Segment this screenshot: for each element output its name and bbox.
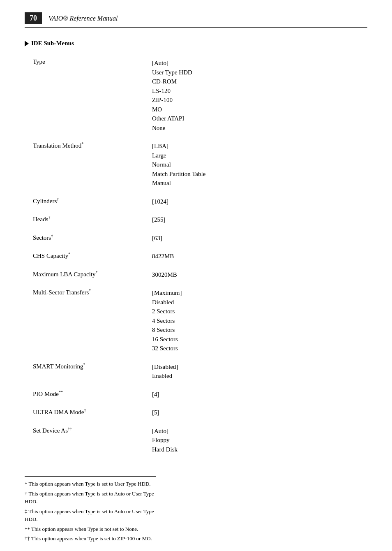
option-list: 30020MB bbox=[152, 270, 371, 280]
list-item: 8422MB bbox=[152, 252, 371, 261]
list-item: [4] bbox=[152, 390, 371, 399]
setting-options: [Disabled]Enabled bbox=[148, 359, 376, 384]
list-item: Other ATAPI bbox=[152, 114, 371, 123]
superscript: * bbox=[81, 141, 83, 146]
list-item: 4 Sectors bbox=[152, 316, 371, 326]
setting-label: Multi-Sector Transfers* bbox=[33, 285, 148, 357]
setting-options: [255] bbox=[148, 212, 376, 228]
list-item: LS-120 bbox=[152, 86, 371, 96]
list-item: 30020MB bbox=[152, 270, 371, 280]
setting-options: 8422MB bbox=[148, 248, 376, 264]
superscript: * bbox=[68, 252, 70, 256]
setting-options: [4] bbox=[148, 387, 376, 403]
superscript: † bbox=[84, 408, 86, 412]
table-row: PIO Mode**[4] bbox=[33, 387, 376, 403]
footnote: ** This option appears when Type is not … bbox=[25, 525, 156, 533]
page-title: VAIO® Reference Manual bbox=[48, 15, 118, 22]
list-item: Match Partition Table bbox=[152, 169, 371, 179]
setting-options: [1024] bbox=[148, 194, 376, 210]
list-item: Disabled bbox=[152, 298, 371, 307]
list-item: [Maximum] bbox=[152, 288, 371, 298]
page-header: 70 VAIO® Reference Manual bbox=[25, 12, 367, 28]
setting-label: Maximum LBA Capacity* bbox=[33, 267, 148, 283]
superscript: † bbox=[57, 197, 59, 201]
list-item: ZIP-100 bbox=[152, 95, 371, 105]
section-title: IDE Sub-Menus bbox=[25, 40, 367, 47]
option-list: [Auto]User Type HDDCD-ROMLS-120ZIP-100MO… bbox=[152, 58, 371, 132]
option-list: [Auto]FloppyHard Disk bbox=[152, 426, 371, 454]
list-item: 8 Sectors bbox=[152, 325, 371, 335]
superscript: †† bbox=[68, 426, 72, 431]
list-item: Enabled bbox=[152, 371, 371, 381]
superscript: ‡ bbox=[51, 234, 53, 238]
table-row: Type[Auto]User Type HDDCD-ROMLS-120ZIP-1… bbox=[33, 55, 376, 136]
triangle-icon bbox=[25, 41, 29, 46]
footnote: ‡ This option appears when Type is set t… bbox=[25, 507, 156, 523]
table-row: Multi-Sector Transfers*[Maximum]Disabled… bbox=[33, 285, 376, 357]
footnote: * This option appears when Type is set t… bbox=[25, 480, 156, 488]
list-item: MO bbox=[152, 105, 371, 114]
list-item: [Auto] bbox=[152, 426, 371, 436]
option-list: [4] bbox=[152, 390, 371, 399]
superscript: * bbox=[89, 288, 91, 293]
list-item: [Disabled] bbox=[152, 362, 371, 372]
option-list: [5] bbox=[152, 408, 371, 417]
list-item: User Type HDD bbox=[152, 68, 371, 77]
setting-options: [Maximum]Disabled2 Sectors4 Sectors8 Sec… bbox=[148, 285, 376, 357]
setting-label: ULTRA DMA Mode† bbox=[33, 405, 148, 421]
list-item: None bbox=[152, 123, 371, 133]
footnotes-section: * This option appears when Type is set t… bbox=[25, 476, 156, 543]
list-item: Normal bbox=[152, 160, 371, 169]
setting-label: Translation Method* bbox=[33, 138, 148, 191]
table-row: ULTRA DMA Mode†[5] bbox=[33, 405, 376, 421]
option-list: [Maximum]Disabled2 Sectors4 Sectors8 Sec… bbox=[152, 288, 371, 353]
table-row: Cylinders†[1024] bbox=[33, 194, 376, 210]
setting-options: [LBA]LargeNormalMatch Partition TableMan… bbox=[148, 138, 376, 191]
settings-table: Type[Auto]User Type HDDCD-ROMLS-120ZIP-1… bbox=[33, 55, 376, 460]
list-item: [LBA] bbox=[152, 141, 371, 151]
list-item: [255] bbox=[152, 215, 371, 225]
setting-label: Heads† bbox=[33, 212, 148, 228]
setting-label: Cylinders† bbox=[33, 194, 148, 210]
superscript: * bbox=[83, 362, 85, 367]
section-title-text: IDE Sub-Menus bbox=[31, 40, 74, 47]
table-row: Maximum LBA Capacity*30020MB bbox=[33, 267, 376, 283]
list-item: Large bbox=[152, 151, 371, 160]
setting-label: Type bbox=[33, 55, 148, 136]
setting-options: [5] bbox=[148, 405, 376, 421]
setting-options: [Auto]User Type HDDCD-ROMLS-120ZIP-100MO… bbox=[148, 55, 376, 136]
superscript: ** bbox=[59, 390, 63, 394]
table-row: Sectors‡[63] bbox=[33, 230, 376, 246]
list-item: Hard Disk bbox=[152, 445, 371, 454]
list-item: [1024] bbox=[152, 197, 371, 206]
list-item: [5] bbox=[152, 408, 371, 417]
option-list: [1024] bbox=[152, 197, 371, 206]
setting-label: CHS Capacity* bbox=[33, 248, 148, 264]
footnote: †† This option appears when Type is set … bbox=[25, 535, 156, 543]
superscript: † bbox=[48, 215, 51, 220]
option-list: [63] bbox=[152, 234, 371, 243]
option-list: 8422MB bbox=[152, 252, 371, 261]
footnote: † This option appears when Type is set t… bbox=[25, 490, 156, 506]
list-item: [63] bbox=[152, 234, 371, 243]
setting-label: Set Device As†† bbox=[33, 423, 148, 458]
table-row: CHS Capacity*8422MB bbox=[33, 248, 376, 264]
list-item: 32 Sectors bbox=[152, 344, 371, 353]
list-item: CD-ROM bbox=[152, 77, 371, 86]
row-spacer bbox=[33, 457, 376, 460]
list-item: 16 Sectors bbox=[152, 335, 371, 344]
list-item: Manual bbox=[152, 178, 371, 188]
option-list: [255] bbox=[152, 215, 371, 225]
page-number: 70 bbox=[25, 12, 42, 24]
list-item: Floppy bbox=[152, 435, 371, 445]
setting-options: [Auto]FloppyHard Disk bbox=[148, 423, 376, 458]
setting-label: Sectors‡ bbox=[33, 230, 148, 246]
list-item: [Auto] bbox=[152, 58, 371, 68]
setting-options: [63] bbox=[148, 230, 376, 246]
superscript: * bbox=[95, 270, 97, 275]
setting-label: PIO Mode** bbox=[33, 387, 148, 403]
option-list: [LBA]LargeNormalMatch Partition TableMan… bbox=[152, 141, 371, 188]
setting-label: SMART Monitoring* bbox=[33, 359, 148, 384]
table-row: Heads†[255] bbox=[33, 212, 376, 228]
table-row: Translation Method*[LBA]LargeNormalMatch… bbox=[33, 138, 376, 191]
